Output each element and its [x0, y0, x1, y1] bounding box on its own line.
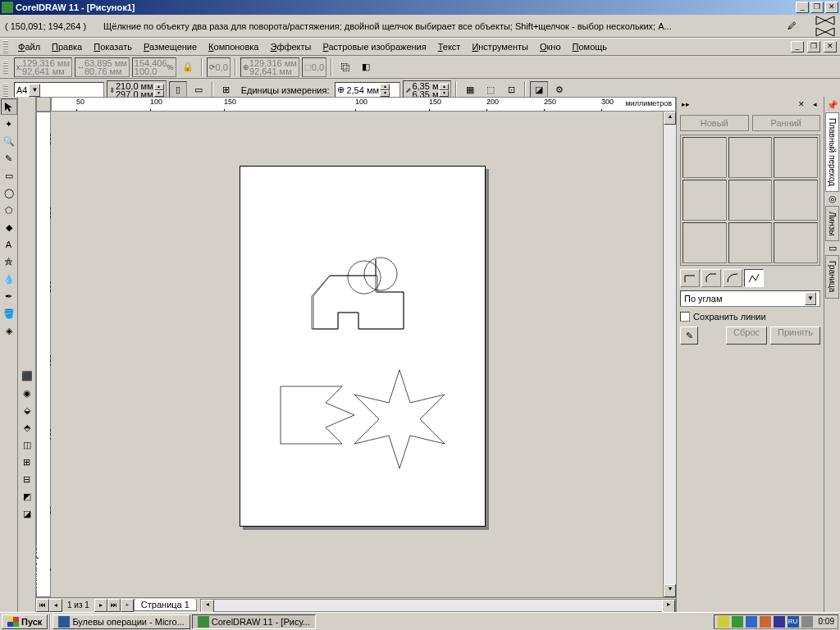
docker-close-button[interactable]: ✕ — [796, 100, 807, 110]
docker-tab-border[interactable]: Граница — [825, 255, 839, 298]
docker-tab-pin-icon[interactable]: 📌 — [827, 100, 838, 111]
outline-tool[interactable]: ✒ — [1, 288, 17, 304]
toolbar-grip[interactable] — [3, 84, 8, 97]
menu-file[interactable]: Файл — [13, 40, 45, 53]
menu-bitmaps[interactable]: Растровые изображения — [318, 40, 431, 53]
apply-button[interactable]: Принять — [770, 326, 820, 345]
tray-icon-6[interactable] — [801, 616, 813, 628]
relative-pos-button[interactable]: ◧ — [357, 58, 375, 76]
keep-lines-checkbox[interactable] — [680, 312, 690, 322]
scroll-left-button[interactable]: ◂ — [201, 600, 214, 613]
fill-tool[interactable]: 🪣 — [1, 305, 17, 322]
horizontal-ruler[interactable]: 50 100 150 100 150 200 250 300 миллиметр… — [51, 97, 676, 112]
vertical-ruler[interactable]: 300 250 200 150 100 50 0 миллиметров — [36, 112, 51, 597]
lock-ratio-button[interactable]: 🔒 — [179, 58, 197, 76]
start-button[interactable]: Пуск — [2, 614, 48, 629]
shape-tool[interactable]: ✦ — [1, 116, 17, 132]
menu-effects[interactable]: Эффекты — [265, 40, 316, 53]
menu-arrange[interactable]: Компоновка — [203, 40, 263, 53]
eyedropper-tool[interactable]: 💧 — [1, 271, 17, 287]
scroll-up-button[interactable]: ▴ — [664, 112, 676, 125]
scroll-down-button[interactable]: ▾ — [664, 584, 676, 597]
horizontal-scrollbar[interactable]: ◂ ▸ — [200, 599, 676, 612]
preset-early-button[interactable]: Ранний — [752, 115, 821, 131]
tray-icon-2[interactable] — [732, 616, 743, 628]
menu-edit[interactable]: Правка — [47, 40, 87, 53]
color-none-outline-icon[interactable] — [815, 27, 835, 37]
aux-tool-9[interactable]: ◪ — [19, 505, 35, 522]
shape-welded[interactable] — [305, 251, 420, 333]
aux-tool-6[interactable]: ⊞ — [19, 454, 35, 470]
paper-size-dropdown[interactable]: A4▼ — [14, 82, 104, 98]
aux-tool-1[interactable]: ⬛ — [19, 368, 35, 384]
preset-new-button[interactable]: Новый — [680, 115, 749, 131]
aux-tool-3[interactable]: ⬙ — [19, 402, 35, 418]
text-tool[interactable]: A — [1, 236, 17, 253]
menu-view[interactable]: Показать — [89, 40, 137, 53]
taskbar-item-word[interactable]: Булевы операции - Micro... — [52, 614, 189, 629]
mdi-minimize-button[interactable]: _ — [791, 41, 804, 52]
docker-tab-lens[interactable]: Линзы — [825, 206, 839, 241]
polygon-tool[interactable]: ⬠ — [1, 202, 17, 218]
clock[interactable]: 0:09 — [815, 617, 834, 626]
rectangle-tool[interactable]: ▭ — [1, 167, 17, 184]
toolbar-grip[interactable] — [3, 61, 8, 74]
lang-indicator[interactable]: RU — [788, 616, 799, 628]
preset-grid[interactable] — [680, 135, 820, 266]
taskbar-item-coreldraw[interactable]: CorelDRAW 11 - [Рису... — [192, 614, 316, 629]
aux-tool-2[interactable]: ◉ — [19, 385, 35, 401]
ruler-origin[interactable] — [36, 97, 51, 112]
shape-star[interactable] — [346, 366, 453, 472]
page-tab-bar: ⏮ ◂ 1 из 1 ▸ ⏭ + Страница 1 ◂ ▸ — [36, 597, 676, 612]
aux-tool-4[interactable]: ⬘ — [19, 419, 35, 436]
basic-shapes-tool[interactable]: ◆ — [1, 219, 17, 235]
ellipse-tool[interactable]: ◯ — [1, 185, 17, 201]
zoom-tool[interactable]: 🔍 — [1, 133, 17, 149]
aux-tool-7[interactable]: ⊟ — [19, 471, 35, 487]
close-button[interactable]: ✕ — [825, 2, 838, 13]
tray-icon-4[interactable] — [760, 616, 771, 628]
menu-layout[interactable]: Размещение — [139, 40, 202, 53]
mdi-restore-button[interactable]: ❐ — [807, 41, 820, 52]
restore-button[interactable]: ❐ — [810, 2, 824, 13]
corner-style-4[interactable] — [744, 269, 764, 287]
drawing-canvas[interactable] — [51, 112, 663, 597]
first-page-button[interactable]: ⏮ — [36, 599, 49, 612]
page-tab[interactable]: Страница 1 — [134, 599, 197, 611]
tray-icon-1[interactable] — [718, 616, 729, 628]
tray-icon-5[interactable] — [774, 616, 785, 628]
freehand-tool[interactable]: ✎ — [1, 150, 17, 167]
docker-expand-button[interactable]: ▸▸ — [680, 100, 692, 110]
prev-page-button[interactable]: ◂ — [49, 599, 62, 612]
vertical-scrollbar[interactable]: ▴ ▾ — [663, 112, 676, 597]
docker-tab-blend[interactable]: Плавный переход — [825, 112, 839, 192]
apply-to-dup-button[interactable]: ⿻ — [336, 58, 354, 76]
last-page-button[interactable]: ⏭ — [107, 599, 121, 612]
corner-style-1[interactable] — [680, 269, 700, 287]
aux-tool-8[interactable]: ◩ — [19, 488, 35, 504]
docker-collapse-button[interactable]: ◂ — [809, 100, 820, 110]
next-page-button[interactable]: ▸ — [94, 599, 107, 612]
scroll-right-button[interactable]: ▸ — [662, 600, 675, 613]
corner-style-2[interactable] — [701, 269, 721, 287]
corner-mode-dropdown[interactable]: По углам▼ — [680, 290, 820, 307]
menu-help[interactable]: Помощь — [568, 40, 613, 53]
interactive-fill-tool[interactable]: ◈ — [1, 322, 17, 339]
minimize-button[interactable]: _ — [796, 2, 809, 13]
corner-style-3[interactable] — [723, 269, 742, 287]
tray-icon-3[interactable] — [746, 616, 757, 628]
toolbar-grip[interactable] — [3, 40, 8, 53]
menu-tools[interactable]: Инструменты — [467, 40, 533, 53]
pick-tool[interactable] — [1, 98, 17, 115]
reset-button[interactable]: Сброс — [726, 326, 767, 345]
add-page-button[interactable]: + — [121, 599, 134, 612]
interactive-blend-tool[interactable]: ⛤ — [1, 253, 17, 270]
aux-tool-5[interactable]: ◫ — [19, 436, 35, 453]
menu-window[interactable]: Окно — [535, 40, 566, 53]
mdi-close-button[interactable]: ✕ — [824, 41, 837, 52]
nudge-field[interactable]: ⊕2,54 мм ▴▾ — [335, 82, 400, 98]
svg-marker-0 — [354, 370, 445, 468]
color-none-fill-icon[interactable] — [815, 16, 835, 25]
menu-text[interactable]: Текст — [433, 40, 466, 53]
eyedropper-button[interactable]: ✎ — [680, 326, 698, 345]
